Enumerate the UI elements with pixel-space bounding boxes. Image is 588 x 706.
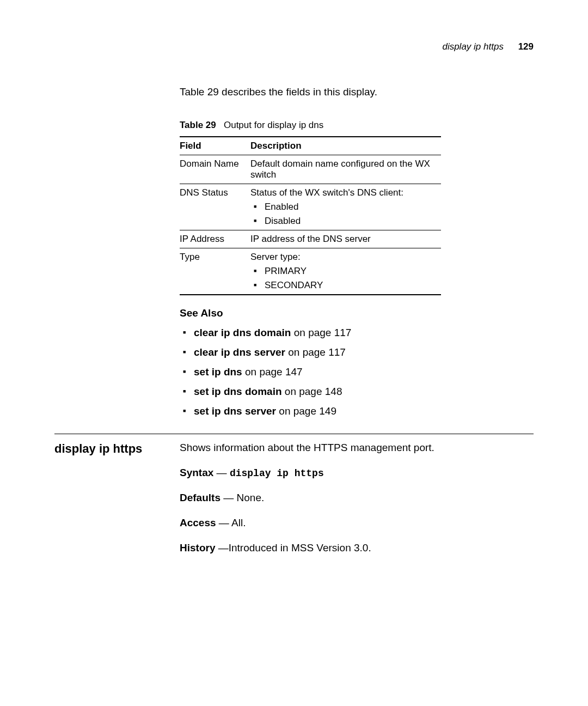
table-row: IP Address IP address of the DNS server	[180, 230, 441, 248]
cell-field: Domain Name	[180, 155, 250, 184]
syntax-line: Syntax — display ip https	[180, 467, 534, 479]
output-table: Field Description Domain Name Default do…	[180, 136, 441, 295]
cell-field: Type	[180, 248, 250, 295]
list-item: set ip dns server on page 149	[180, 405, 534, 417]
command-description: Shows information about the HTTPS manage…	[180, 442, 534, 454]
list-item: clear ip dns server on page 117	[180, 346, 534, 358]
col-header-description: Description	[250, 137, 441, 155]
page-header: display ip https 129	[54, 41, 534, 52]
intro-paragraph: Table 29 describes the fields in this di…	[180, 86, 534, 98]
command-name: display ip https	[54, 442, 180, 456]
list-item: set ip dns on page 147	[180, 366, 534, 378]
table-row: DNS Status Status of the WX switch's DNS…	[180, 184, 441, 230]
header-title: display ip https	[442, 41, 503, 52]
col-header-field: Field	[180, 137, 250, 155]
defaults-line: Defaults — None.	[180, 492, 534, 504]
list-item: set ip dns domain on page 148	[180, 386, 534, 398]
table-caption-label: Table 29	[180, 120, 216, 130]
access-line: Access — All.	[180, 517, 534, 529]
cell-desc: Status of the WX switch's DNS client: En…	[250, 184, 441, 230]
cell-field: DNS Status	[180, 184, 250, 230]
table-caption: Table 29 Output for display ip dns	[180, 120, 534, 131]
cell-desc: Default domain name configured on the WX…	[250, 155, 441, 184]
cell-desc: IP address of the DNS server	[250, 230, 441, 248]
list-item: PRIMARY	[250, 266, 441, 277]
see-also-list: clear ip dns domain on page 117 clear ip…	[180, 327, 534, 417]
section-divider	[54, 434, 534, 434]
history-line: History —Introduced in MSS Version 3.0.	[180, 542, 534, 554]
table-row: Domain Name Default domain name configur…	[180, 155, 441, 184]
list-item: Disabled	[250, 216, 441, 227]
table-row: Type Server type: PRIMARY SECONDARY	[180, 248, 441, 295]
cell-desc: Server type: PRIMARY SECONDARY	[250, 248, 441, 295]
list-item: clear ip dns domain on page 117	[180, 327, 534, 339]
list-item: Enabled	[250, 202, 441, 212]
see-also-heading: See Also	[180, 307, 534, 319]
list-item: SECONDARY	[250, 280, 441, 291]
page-number: 129	[518, 41, 534, 52]
cell-field: IP Address	[180, 230, 250, 248]
table-caption-text: Output for display ip dns	[224, 120, 323, 130]
